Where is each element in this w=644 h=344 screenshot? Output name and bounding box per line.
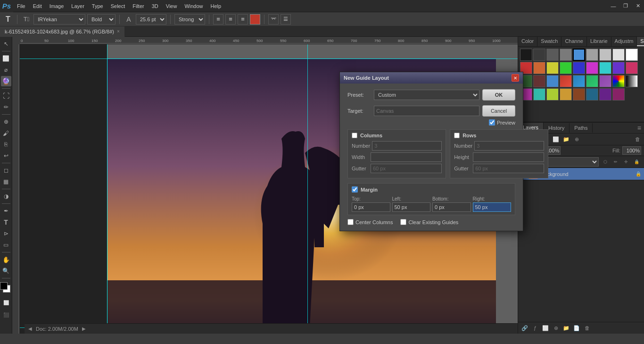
target-input[interactable] <box>374 106 479 116</box>
margin-top-group: Top: <box>352 196 390 212</box>
row-height-label: Height <box>454 154 471 160</box>
dialog-titlebar: New Guide Layout ✕ <box>340 72 523 84</box>
col-gutter-label: Gutter <box>352 166 369 171</box>
clear-guides-checkbox[interactable] <box>400 219 406 225</box>
col-number-label: Number <box>352 143 370 149</box>
col-gutter-row: Gutter <box>352 164 442 173</box>
margin-bottom-input[interactable] <box>432 202 471 212</box>
rows-title: Rows <box>462 133 476 138</box>
margin-left-group: Left: <box>392 196 431 212</box>
preset-select[interactable]: Custom Default 8 Column Grid Golden Rati… <box>374 90 479 100</box>
preview-checkbox[interactable] <box>489 119 495 126</box>
center-columns-label[interactable]: Center Columns <box>347 219 393 225</box>
margin-checkbox[interactable] <box>352 186 358 193</box>
margin-right-label: Right: <box>473 196 512 201</box>
dialog-body: Preset: Custom Default 8 Column Grid Gol… <box>340 84 523 231</box>
row-number-input[interactable] <box>474 141 544 151</box>
cols-rows-section: Columns Number Width Gutter <box>347 129 515 178</box>
preset-row: Preset: Custom Default 8 Column Grid Gol… <box>347 89 515 101</box>
rows-checkbox[interactable] <box>454 133 460 138</box>
col-width-label: Width <box>352 154 369 160</box>
row-number-label: Number <box>454 143 472 149</box>
margin-left-label: Left: <box>392 196 431 201</box>
margin-bottom-group: Bottom: <box>432 196 471 212</box>
center-columns-checkbox[interactable] <box>347 219 354 225</box>
margin-header: Margin <box>352 186 511 193</box>
columns-header: Columns <box>352 133 442 138</box>
row-gutter-row: Gutter <box>454 164 544 173</box>
columns-section: Columns Number Width Gutter <box>347 129 446 178</box>
row-number-row: Number <box>454 141 544 151</box>
margin-fields: Top: Left: Bottom: Right: <box>352 196 511 212</box>
col-gutter-input[interactable] <box>371 164 442 173</box>
col-width-input[interactable] <box>371 152 442 162</box>
dialog-title: New Guide Layout <box>344 75 512 81</box>
preview-row: Preview <box>347 119 515 126</box>
margin-title: Margin <box>361 187 378 193</box>
margin-section: Margin Top: Left: Bottom: <box>347 183 515 215</box>
cancel-button[interactable]: Cancel <box>482 105 515 117</box>
dialog-overlay: New Guide Layout ✕ Preset: Custom Defaul… <box>0 0 644 344</box>
dialog-close-button[interactable]: ✕ <box>512 74 519 82</box>
col-number-input[interactable] <box>372 141 442 151</box>
row-height-input[interactable] <box>473 152 544 162</box>
margin-bottom-label: Bottom: <box>432 196 471 201</box>
row-height-row: Height <box>454 152 544 162</box>
columns-title: Columns <box>360 133 382 138</box>
margin-right-input[interactable] <box>473 202 512 212</box>
margin-top-input[interactable] <box>352 202 390 212</box>
bottom-checkboxes: Center Columns Clear Existing Guides <box>347 219 515 225</box>
clear-guides-label[interactable]: Clear Existing Guides <box>400 219 458 225</box>
rows-header: Rows <box>454 133 544 138</box>
margin-right-group: Right: <box>473 196 512 212</box>
row-gutter-input[interactable] <box>473 164 544 173</box>
col-number-row: Number <box>352 141 442 151</box>
row-gutter-label: Gutter <box>454 166 471 171</box>
target-label: Target: <box>347 108 371 114</box>
ok-button[interactable]: OK <box>482 89 515 101</box>
target-row: Target: Cancel <box>347 105 515 117</box>
columns-checkbox[interactable] <box>352 133 357 138</box>
preview-label: Preview <box>497 120 515 126</box>
guide-layout-dialog: New Guide Layout ✕ Preset: Custom Defaul… <box>339 72 523 231</box>
col-width-row: Width <box>352 152 442 162</box>
margin-top-label: Top: <box>352 196 390 201</box>
margin-left-input[interactable] <box>392 202 431 212</box>
rows-section: Rows Number Height Gutter <box>450 129 548 178</box>
preset-label: Preset: <box>347 92 371 98</box>
